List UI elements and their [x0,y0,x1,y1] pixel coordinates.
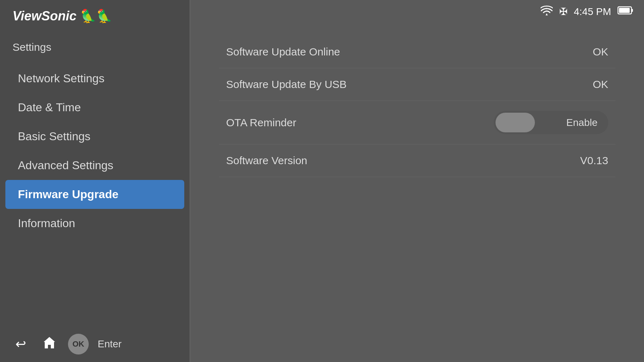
logo-area: ViewSonic 🦜🦜 [0,0,190,32]
home-button[interactable] [39,334,59,354]
bottom-bar: ↩ OK Enter [0,326,190,362]
logo-text: ViewSonic [13,9,77,24]
sidebar-item-information[interactable]: Information [0,209,190,238]
ota-reminder-label: OTA Reminder [226,117,296,129]
ok-button[interactable]: OK [68,334,89,354]
software-update-usb-value[interactable]: OK [555,78,608,90]
software-version-label: Software Version [226,155,307,167]
clock-display: 4:45 PM [574,6,611,18]
usb-icon: ✠ [559,6,567,18]
viewsonic-logo: ViewSonic 🦜🦜 [13,9,112,24]
home-icon [42,335,57,353]
ota-reminder-row: OTA Reminder Enable [219,101,615,145]
sidebar-item-network-settings[interactable]: Network Settings [0,64,190,93]
software-update-online-value[interactable]: OK [555,46,608,58]
ota-reminder-toggle[interactable]: Enable [494,111,608,134]
back-button[interactable]: ↩ [11,334,30,354]
wifi-icon [541,5,553,18]
software-update-usb-row: Software Update By USB OK [219,68,615,101]
firmware-upgrade-content: Software Update Online OK Software Updat… [219,36,615,177]
toggle-enable-label: Enable [566,117,597,128]
software-update-usb-label: Software Update By USB [226,78,347,90]
logo-birds-icon: 🦜🦜 [80,9,112,24]
content-area: ✠ 4:45 PM Software Update Online OK Soft… [190,0,644,362]
sidebar-item-firmware-upgrade[interactable]: Firmware Upgrade [5,180,184,209]
sidebar-item-basic-settings[interactable]: Basic Settings [0,122,190,151]
software-update-online-row: Software Update Online OK [219,36,615,68]
nav-menu: Network Settings Date & Time Basic Setti… [0,60,190,241]
toggle-knob [496,113,535,132]
software-version-value: V0.13 [555,155,608,167]
sidebar: ViewSonic 🦜🦜 Settings Network Settings D… [0,0,190,362]
status-bar: ✠ 4:45 PM [541,5,633,18]
back-icon: ↩ [15,337,26,352]
software-update-online-label: Software Update Online [226,46,340,58]
sidebar-item-advanced-settings[interactable]: Advanced Settings [0,151,190,180]
battery-icon [618,6,633,18]
svg-rect-2 [619,8,630,13]
enter-label: Enter [98,338,122,350]
software-version-row: Software Version V0.13 [219,145,615,177]
svg-rect-1 [631,9,633,12]
sidebar-item-date-time[interactable]: Date & Time [0,93,190,122]
settings-title: Settings [0,32,190,60]
